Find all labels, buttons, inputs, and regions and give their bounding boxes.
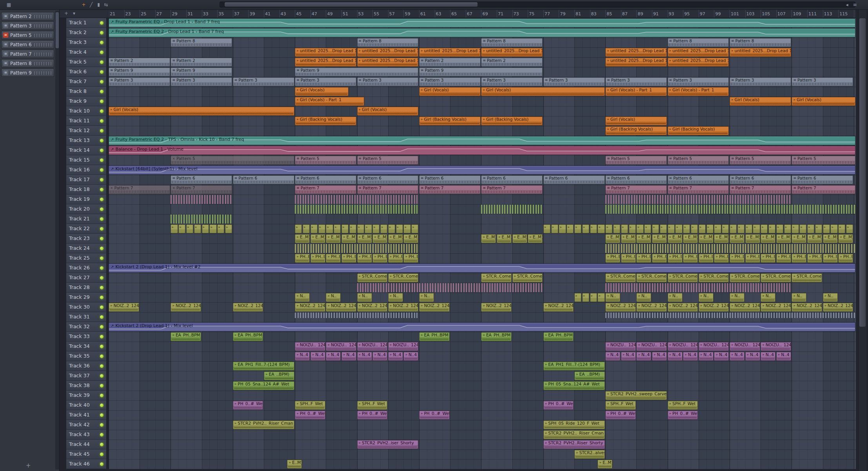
clip-audio[interactable]: »E..M) xyxy=(403,234,418,243)
clip-audio[interactable]: »N..4 xyxy=(636,352,651,361)
track-name[interactable]: Track 10 xyxy=(66,106,106,116)
clip-preview[interactable] xyxy=(605,283,791,292)
clip-automation[interactable]: ↗Kickstart 2 (Drop Lead 1) - Mix level #… xyxy=(109,264,855,273)
clip-automation[interactable]: ↗Kickstart [64bit] (Sylenth1) - Mix leve… xyxy=(109,165,855,175)
clip-audio[interactable]: »E..M) xyxy=(621,234,636,243)
clip-pattern[interactable]: ≡Pattern 5 xyxy=(357,156,419,165)
track-mute-led[interactable] xyxy=(100,60,104,64)
clip-audio[interactable]: » xyxy=(621,224,628,233)
clip-audio[interactable]: »STCR..Comet xyxy=(761,273,791,282)
clip-audio[interactable]: »STCR..Comet xyxy=(357,273,388,282)
vertical-scrollbar[interactable] xyxy=(858,10,866,471)
clip-pattern[interactable]: ×Pattern 7 xyxy=(171,185,232,194)
track-name[interactable]: Track 11 xyxy=(66,116,106,126)
clip-audio[interactable]: »STCR..Comet xyxy=(512,273,543,282)
track-mute-led[interactable] xyxy=(100,207,104,211)
track-name[interactable]: Track 2 xyxy=(66,28,106,38)
clip-audio[interactable]: »Girl (Backing Vocals) xyxy=(668,126,729,135)
pattern-item[interactable]: ≡Pattern 7 xyxy=(1,50,54,58)
clip-pattern[interactable]: ≡Pattern 9 xyxy=(171,67,232,76)
clip-audio[interactable]: »E..M) xyxy=(311,234,325,243)
clip-audio[interactable]: »STCR2_PVH2..Riser_Shorty xyxy=(543,440,605,449)
track-mute-led[interactable] xyxy=(100,256,104,260)
track-mute-led[interactable] xyxy=(100,139,104,142)
horizontal-scrollbar[interactable] xyxy=(220,2,855,7)
track-mute-led[interactable] xyxy=(100,296,104,299)
clip-audio[interactable]: » xyxy=(217,224,224,233)
clip-pattern[interactable]: ≡Pattern 5 xyxy=(792,156,855,165)
clip-audio[interactable]: » xyxy=(660,224,667,233)
clip-audio[interactable]: » xyxy=(753,224,760,233)
clip-audio[interactable]: »N.. xyxy=(357,293,372,302)
clip-audio[interactable]: »EA_PH..BPM xyxy=(419,332,450,341)
clip-audio[interactable]: »PH..t xyxy=(823,254,838,263)
clip-audio[interactable]: »untitled_2025...Drop Lead 1 xyxy=(419,48,481,57)
clip-audio[interactable]: »N.. xyxy=(605,293,620,302)
track-name[interactable]: Track 8 xyxy=(66,87,106,96)
clip-audio[interactable]: »E..M) xyxy=(497,234,512,243)
clip-audio[interactable]: »N.. xyxy=(668,293,683,302)
clip-pattern[interactable]: ≡Pattern 6 xyxy=(481,175,543,184)
clip-audio[interactable]: » xyxy=(823,224,830,233)
clip-audio[interactable]: »PH_0..#_Wet xyxy=(419,411,450,420)
track-name[interactable]: Track 12 xyxy=(66,126,106,136)
clip-audio[interactable]: »PH_0..#_Wet xyxy=(605,411,636,420)
track-name[interactable]: Track 32 xyxy=(66,322,106,332)
clip-audio[interactable]: »STCR..Comet xyxy=(605,273,636,282)
track-mute-led[interactable] xyxy=(100,149,104,152)
clip-audio[interactable]: » xyxy=(388,224,395,233)
clip-audio[interactable]: »PH..t xyxy=(730,254,745,263)
clip-pattern[interactable]: ≡Pattern 7 xyxy=(668,185,729,194)
clip-audio[interactable]: »NOIZ..2_124 xyxy=(730,303,760,312)
clip-pattern[interactable]: ≡Pattern 6 xyxy=(295,175,356,184)
clip-pattern[interactable]: ≡Pattern 6 xyxy=(171,175,232,184)
clip-preview[interactable] xyxy=(171,215,232,224)
track-name[interactable]: Track 41 xyxy=(66,410,106,420)
track-name[interactable]: Track 28 xyxy=(66,283,106,293)
track-name[interactable]: Track 7 xyxy=(66,77,106,87)
clip-audio[interactable]: » xyxy=(574,224,581,233)
clip-audio[interactable]: » xyxy=(792,224,799,233)
clip-audio[interactable]: »EA_PH..BPM xyxy=(171,332,201,341)
track-mute-led[interactable] xyxy=(100,413,104,417)
clip-audio[interactable]: » xyxy=(761,224,768,233)
clip-audio[interactable]: »E..M) xyxy=(636,234,651,243)
clip-pattern[interactable]: ≡Pattern 7 xyxy=(730,185,791,194)
clip-pattern[interactable]: ≡Pattern 3 xyxy=(357,77,419,86)
track-name[interactable]: Track 20 xyxy=(66,204,106,214)
track-mute-led[interactable] xyxy=(100,404,104,407)
clip-audio[interactable]: »EA_..BPM) xyxy=(574,371,605,380)
clip-audio[interactable]: »NOIZU.._124 xyxy=(761,342,791,351)
track-mute-led[interactable] xyxy=(100,100,104,103)
clip-pattern[interactable]: ≡Pattern 9 xyxy=(109,67,170,76)
clip-audio[interactable]: »Girl (Backing Vocals) xyxy=(419,116,481,125)
track-name[interactable]: Track 17 xyxy=(66,175,106,185)
clip-preview[interactable] xyxy=(605,313,855,318)
clip-audio[interactable]: »PH..t xyxy=(761,254,775,263)
clip-audio[interactable]: »Girl (Vocals) xyxy=(481,87,605,96)
clip-audio[interactable]: »N..4 xyxy=(776,352,791,361)
track-name[interactable]: Track 19 xyxy=(66,195,106,204)
clip-pattern[interactable]: ×Pattern 7 xyxy=(109,185,170,194)
track-mute-led[interactable] xyxy=(100,325,104,329)
clip-audio[interactable]: »NOIZU.._124 xyxy=(636,342,667,351)
clip-audio[interactable]: »Girl (Backing Vocals) xyxy=(481,116,543,125)
clip-audio[interactable]: » xyxy=(171,224,178,233)
track-mute-led[interactable] xyxy=(100,237,104,240)
clip-audio[interactable]: »NOIZU.._124 xyxy=(699,342,729,351)
clip-audio[interactable]: »N..4 xyxy=(605,352,620,361)
clip-audio[interactable]: »N..4 xyxy=(621,352,636,361)
track-name[interactable]: Track 27 xyxy=(66,273,106,283)
clip-audio[interactable]: »NOIZU.._124 xyxy=(388,342,419,351)
track-mute-led[interactable] xyxy=(100,433,104,436)
clip-pattern[interactable]: ≡Pattern 6 xyxy=(543,175,605,184)
clip-audio[interactable]: » xyxy=(745,224,752,233)
clip-audio[interactable]: » xyxy=(807,224,814,233)
clip-pattern[interactable]: ≡Pattern 3 xyxy=(481,77,543,86)
scroll-left-icon[interactable]: ◂ xyxy=(844,2,850,8)
clip-audio[interactable]: »STCR2_PVH2.._Riser_Cman xyxy=(233,420,294,429)
clip-audio[interactable]: » xyxy=(613,224,620,233)
clip-audio[interactable]: »EA_PH1_Fill..7-(124_BPM) xyxy=(233,362,294,371)
clip-audio[interactable]: »N.. xyxy=(295,293,310,302)
clip-audio[interactable]: »N.. xyxy=(699,293,714,302)
